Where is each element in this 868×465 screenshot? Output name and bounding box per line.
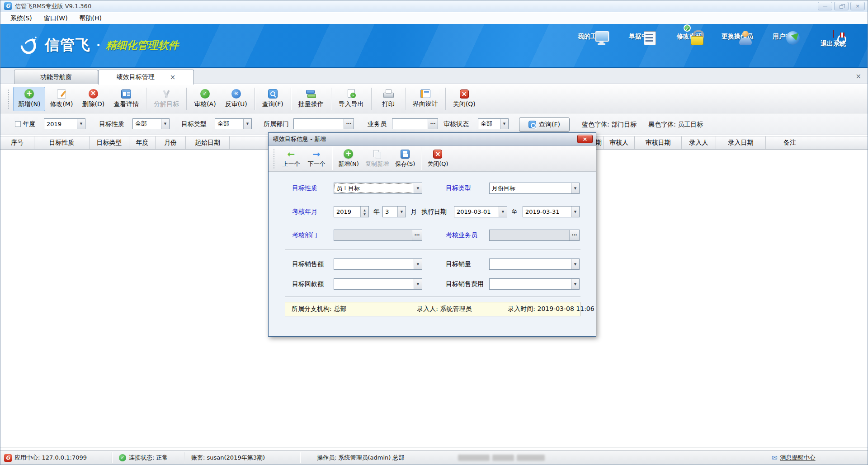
column-header[interactable]: 年度 — [129, 136, 156, 149]
assess-salesman-input[interactable] — [489, 230, 580, 241]
target-payment-select[interactable] — [334, 278, 422, 290]
month-select[interactable]: 3 — [382, 206, 406, 217]
menu-help[interactable]: 帮助(H) — [74, 14, 107, 23]
dialog-add-button[interactable]: 新增(N) — [335, 147, 362, 170]
dialog-close-button[interactable]: × — [577, 135, 593, 143]
dropdown-arrow-icon[interactable] — [571, 207, 579, 217]
strip-close-icon[interactable]: × — [855, 72, 861, 80]
dropdown-arrow-icon[interactable] — [571, 259, 579, 269]
copy-add-button[interactable]: 复制新增 — [362, 147, 392, 170]
column-header[interactable]: 目标性质 — [34, 136, 90, 149]
tab-function-nav[interactable]: 功能导航窗 — [14, 70, 98, 84]
tab-performance-target[interactable]: 绩效目标管理 × — [98, 70, 194, 85]
switch-operator-button[interactable]: 更换操作员 — [716, 30, 759, 48]
copy-icon — [372, 150, 382, 159]
target-type-select[interactable]: 月份目标 — [489, 183, 580, 194]
query-filter-button[interactable]: 查询(F) — [519, 117, 570, 132]
print-button[interactable]: 打印 — [374, 87, 402, 111]
year-spinner[interactable]: 2019 — [334, 206, 369, 217]
application-window: 信管飞RMS专业版 V9.1.360 — × 系统(S) 窗口(W) 帮助(H)… — [0, 0, 868, 465]
close-window-button[interactable]: × — [850, 2, 865, 10]
decompose-target-button[interactable]: 分解目标 — [149, 87, 184, 111]
type-select[interactable]: 全部 — [215, 118, 252, 129]
exit-system-button[interactable]: 退出系统 — [811, 30, 855, 48]
query-button[interactable]: 查询(F) — [258, 87, 288, 111]
dropdown-arrow-icon[interactable] — [571, 183, 579, 193]
column-header[interactable]: 目标类型 — [90, 136, 129, 149]
title-bar: 信管飞RMS专业版 V9.1.360 — × — [0, 0, 868, 12]
save-button[interactable]: 保存(S) — [392, 147, 418, 170]
unaudit-icon — [231, 89, 241, 99]
tab-close-icon[interactable]: × — [170, 74, 176, 81]
column-header[interactable]: 录入日期 — [716, 136, 766, 149]
dropdown-arrow-icon[interactable] — [397, 207, 406, 217]
next-button[interactable]: →下一个 — [304, 147, 329, 170]
import-export-button[interactable]: 导入导出 — [334, 87, 368, 111]
ellipsis-button[interactable] — [428, 119, 438, 129]
message-center-link[interactable]: ✉ 消息提醒中心 — [772, 454, 816, 462]
add-icon — [344, 149, 353, 159]
brand-name: 信管飞 — [45, 35, 91, 55]
previous-button[interactable]: ←上一个 — [278, 147, 304, 170]
ellipsis-button[interactable] — [344, 119, 354, 129]
assess-dept-input[interactable] — [334, 230, 422, 241]
column-header[interactable]: 审核人 — [604, 136, 635, 149]
target-sales-qty-select[interactable] — [489, 258, 580, 270]
dropdown-arrow-icon[interactable] — [571, 279, 579, 289]
dialog-close-module-button[interactable]: 关闭(Q) — [424, 147, 451, 170]
column-header[interactable]: 起始日期 — [186, 136, 230, 149]
brand-bird-icon — [19, 35, 39, 56]
nature-filter-label: 目标性质 — [99, 120, 124, 128]
year-checkbox[interactable] — [15, 121, 21, 127]
salesman-input[interactable] — [392, 118, 438, 129]
spinner-arrows-icon[interactable] — [360, 207, 368, 217]
dialog-title-bar[interactable]: 绩效目标信息 - 新增 × — [269, 133, 596, 146]
ellipsis-button[interactable] — [569, 230, 579, 240]
change-password-button[interactable]: 修改密码 — [668, 30, 711, 48]
menu-system[interactable]: 系统(S) — [5, 14, 38, 23]
menu-window[interactable]: 窗口(W) — [38, 14, 73, 23]
target-sales-expense-select[interactable] — [489, 278, 580, 290]
view-details-button[interactable]: 查看详情 — [109, 87, 143, 111]
audit-status-select[interactable]: 全部 — [478, 118, 509, 129]
restore-button[interactable] — [834, 2, 849, 10]
column-header[interactable]: 月份 — [156, 136, 186, 149]
workbench-button[interactable]: 我的工作台 — [572, 30, 615, 48]
date-from-select[interactable]: 2019-03-01 — [454, 206, 507, 217]
interface-design-button[interactable]: 界面设计 — [408, 87, 443, 111]
dropdown-arrow-icon[interactable] — [414, 183, 422, 193]
close-module-button[interactable]: 关闭(Q) — [448, 87, 480, 111]
dropdown-arrow-icon[interactable] — [500, 119, 508, 129]
modify-button[interactable]: 修改(M) — [45, 87, 77, 111]
dropdown-arrow-icon[interactable] — [243, 119, 251, 129]
toolbar-separator — [421, 147, 421, 170]
unaudit-button[interactable]: 反审(U) — [221, 87, 252, 111]
audit-button[interactable]: 审核(A) — [189, 87, 221, 111]
ellipsis-button[interactable] — [412, 230, 422, 240]
dropdown-arrow-icon[interactable] — [414, 259, 422, 269]
target-nature-select[interactable]: 员工目标 — [334, 183, 422, 194]
dropdown-arrow-icon[interactable] — [499, 207, 507, 217]
user-center-button[interactable]: 用户中心 — [764, 30, 807, 48]
dropdown-arrow-icon[interactable] — [161, 119, 169, 129]
dropdown-arrow-icon[interactable] — [77, 119, 85, 129]
minimize-button[interactable]: — — [818, 2, 832, 10]
date-to-select[interactable]: 2019-03-31 — [523, 206, 580, 217]
column-header[interactable]: 审核日期 — [635, 136, 682, 149]
assess-yearmonth-label: 考核年月 — [292, 208, 317, 216]
dropdown-arrow-icon[interactable] — [414, 279, 422, 289]
target-sales-amount-select[interactable] — [334, 258, 422, 270]
column-header[interactable]: 录入人 — [682, 136, 716, 149]
dept-input[interactable] — [293, 118, 354, 129]
year-select[interactable]: 2019 — [44, 118, 85, 129]
batch-operation-button[interactable]: 批量操作 — [294, 87, 328, 111]
delete-button[interactable]: 删除(D) — [77, 87, 109, 111]
document-center-button[interactable]: 单据中心 — [620, 30, 663, 48]
add-button[interactable]: 新增(N) — [13, 87, 45, 111]
nature-select[interactable]: 全部 — [132, 118, 170, 129]
column-header[interactable]: 备注 — [766, 136, 814, 149]
account-status: 账套: susan(2019年第3期) — [191, 454, 265, 462]
column-header[interactable]: 序号 — [0, 136, 34, 149]
toolbar-grip — [8, 89, 9, 109]
brand-dot: · — [96, 39, 100, 52]
